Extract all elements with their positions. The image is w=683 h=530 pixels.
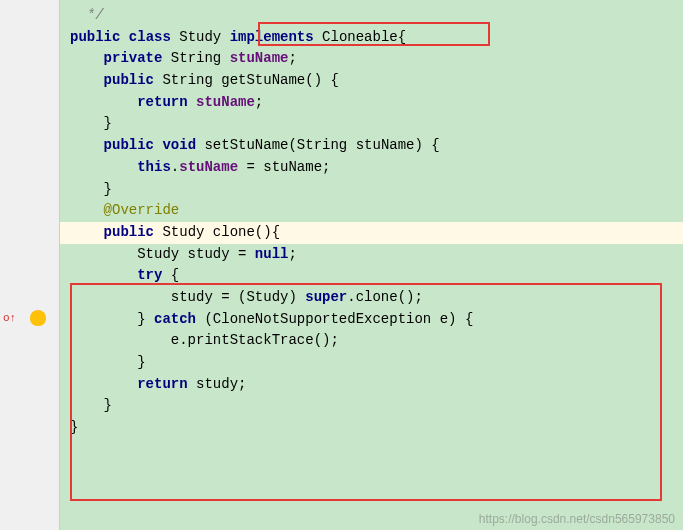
override-annotation: @Override bbox=[104, 202, 180, 218]
code-line-highlighted: public Study clone(){ bbox=[60, 222, 683, 244]
code-line: return stuName; bbox=[60, 92, 683, 114]
override-marker-icon[interactable]: o↑ bbox=[3, 312, 16, 324]
code-line: } catch (CloneNotSupportedException e) { bbox=[60, 309, 683, 331]
code-line: this.stuName = stuName; bbox=[60, 157, 683, 179]
code-line: } bbox=[60, 352, 683, 374]
code-line: private String stuName; bbox=[60, 48, 683, 70]
code-line: Study study = null; bbox=[60, 244, 683, 266]
gutter-icon-row bbox=[30, 310, 46, 330]
gutter: o↑ bbox=[0, 0, 60, 530]
code-line: e.printStackTrace(); bbox=[60, 330, 683, 352]
code-line: return study; bbox=[60, 374, 683, 396]
code-line: @Override bbox=[60, 200, 683, 222]
code-line: } bbox=[60, 113, 683, 135]
code-line: public void setStuName(String stuName) { bbox=[60, 135, 683, 157]
code-line: */ bbox=[60, 5, 683, 27]
code-line: } bbox=[60, 179, 683, 201]
code-editor[interactable]: */ public class Study implements Cloneab… bbox=[60, 0, 683, 444]
code-line: study = (Study) super.clone(); bbox=[60, 287, 683, 309]
code-line: public class Study implements Cloneable{ bbox=[60, 27, 683, 49]
comment-text: */ bbox=[70, 7, 104, 23]
code-line: public String getStuName() { bbox=[60, 70, 683, 92]
watermark-text: https://blog.csdn.net/csdn565973850 bbox=[479, 512, 675, 526]
lightbulb-icon[interactable] bbox=[30, 310, 46, 326]
code-line: } bbox=[60, 417, 683, 439]
code-line: } bbox=[60, 395, 683, 417]
code-line: try { bbox=[60, 265, 683, 287]
